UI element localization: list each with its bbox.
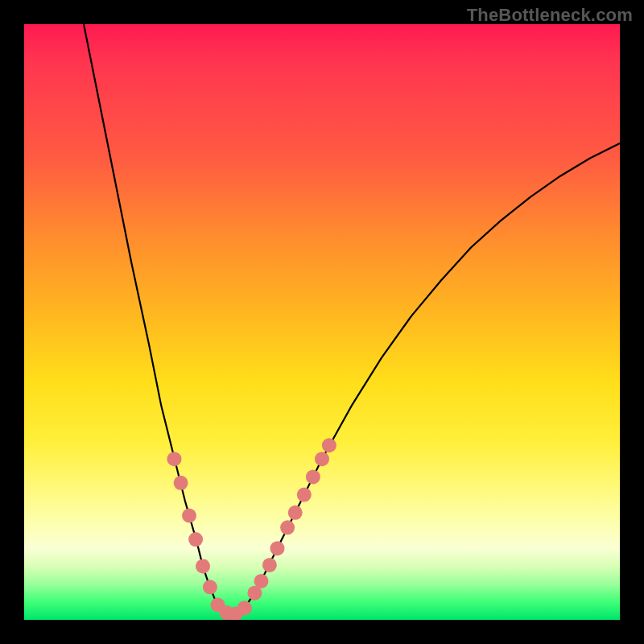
marker-dot xyxy=(196,559,210,573)
marker-dot xyxy=(262,558,277,572)
marker-layer xyxy=(24,24,620,620)
marker-dot xyxy=(174,476,188,490)
marker-dot xyxy=(182,509,196,523)
marker-dot xyxy=(297,488,312,502)
marker-dot xyxy=(167,452,182,466)
marker-dots xyxy=(167,438,336,620)
marker-dot xyxy=(270,541,285,555)
marker-dot xyxy=(315,452,329,466)
marker-dot xyxy=(188,532,203,547)
marker-dot xyxy=(203,580,217,594)
marker-dot xyxy=(288,506,303,520)
marker-dot xyxy=(237,601,252,615)
plot-area xyxy=(24,24,620,620)
marker-dot xyxy=(306,469,320,484)
marker-dot xyxy=(280,520,295,535)
marker-dot xyxy=(254,574,269,588)
marker-dot xyxy=(322,438,336,452)
watermark-text: TheBottleneck.com xyxy=(467,5,633,26)
chart-container: TheBottleneck.com xyxy=(0,0,644,644)
